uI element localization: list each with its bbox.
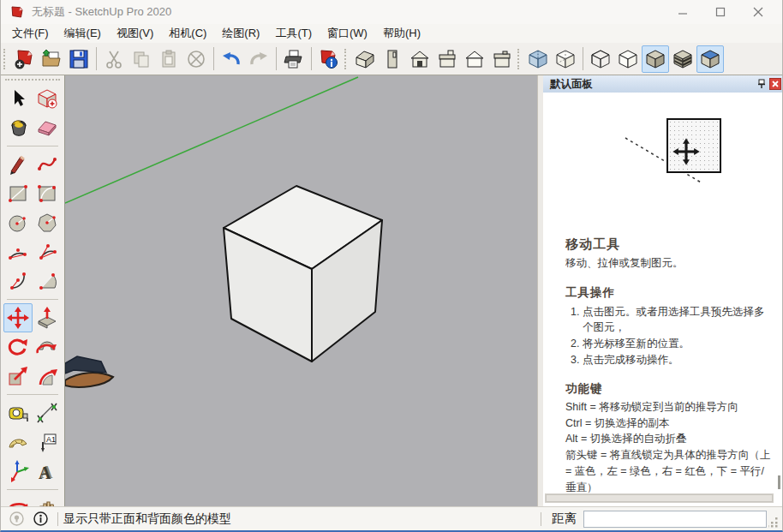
tool-push-pull[interactable] (33, 303, 62, 332)
tool-3-point-arc[interactable] (3, 266, 33, 296)
style-shaded-button[interactable] (642, 45, 669, 73)
model-cube (224, 186, 382, 362)
style-textured-button[interactable] (669, 45, 696, 73)
cut-button[interactable] (100, 45, 128, 73)
tool-make-component[interactable] (33, 84, 62, 113)
copy-button[interactable] (128, 45, 155, 73)
paste-button[interactable] (155, 45, 182, 73)
view-top-button[interactable] (379, 45, 406, 73)
tool-paint-bucket[interactable] (3, 113, 33, 142)
view-iso-button[interactable] (351, 45, 379, 73)
tool-line[interactable] (3, 150, 33, 179)
view-back-button[interactable] (461, 45, 488, 73)
view-front-button[interactable] (406, 45, 433, 73)
tool-offset[interactable] (33, 362, 62, 391)
tool-eraser[interactable] (33, 113, 62, 142)
view-right-button[interactable] (433, 45, 461, 73)
sketchup-logo-icon (9, 4, 25, 20)
tool-2-point-arc[interactable] (33, 237, 62, 266)
tool-polygon[interactable] (33, 208, 62, 237)
scrollbar-thumb[interactable] (546, 494, 773, 502)
menu-camera[interactable]: 相机(C) (161, 24, 214, 43)
panel-splitter[interactable] (537, 75, 543, 506)
push-pull-icon (36, 307, 58, 329)
view-right-icon (436, 48, 458, 70)
style-monochrome-icon (699, 48, 721, 70)
save-button[interactable] (65, 45, 93, 73)
tool-circle[interactable] (3, 208, 33, 237)
maximize-button[interactable] (702, 1, 739, 23)
toolbar-grip[interactable] (3, 49, 8, 69)
style-wireframe-button[interactable] (587, 45, 614, 73)
menu-edit[interactable]: 编辑(E) (57, 24, 109, 43)
tape-measure-icon (7, 402, 29, 424)
tool-scale[interactable] (3, 362, 33, 391)
menu-help[interactable]: 帮助(H) (375, 24, 428, 43)
palette-separator (7, 489, 58, 490)
tool-pan[interactable] (33, 493, 62, 506)
print-button[interactable] (280, 45, 308, 73)
measurement-input[interactable] (583, 511, 767, 528)
style-hidden-line-button[interactable] (614, 45, 642, 73)
instructor-panel: 移动工具 移动、拉伸或复制图元。 工具操作 点击图元。或者用选择工具预先选择多个… (543, 93, 782, 506)
window-resize-grip[interactable] (768, 516, 779, 528)
model-info-button[interactable] (315, 45, 343, 73)
tool-text[interactable]: A1 (33, 427, 62, 457)
tool-follow-me[interactable] (33, 332, 62, 362)
geolocation-button[interactable] (7, 510, 26, 529)
toolbar-grip[interactable] (344, 49, 349, 69)
toolbar-grip[interactable] (517, 49, 522, 69)
tool-protractor[interactable] (3, 427, 33, 457)
tool-rotate[interactable] (3, 332, 33, 362)
vertical-scrollbar[interactable] (778, 475, 780, 489)
eraser-icon (36, 117, 58, 139)
tool-select[interactable] (3, 84, 33, 113)
text-icon: A1 (36, 431, 58, 453)
pin-icon (757, 79, 766, 89)
tool-arc[interactable] (3, 237, 33, 266)
tool-axes[interactable] (3, 457, 33, 486)
close-button[interactable] (739, 1, 777, 23)
title-bar[interactable]: 无标题 - SketchUp Pro 2020 (1, 0, 782, 24)
undo-button[interactable] (218, 45, 245, 73)
two-point-arc-icon (36, 241, 58, 263)
style-textured-icon (672, 48, 694, 70)
credits-info-button[interactable] (31, 510, 50, 529)
polygon-icon (36, 212, 58, 234)
tool-move[interactable] (3, 303, 33, 332)
tool-dimensions[interactable] (33, 398, 62, 427)
panel-close-button[interactable] (769, 78, 781, 90)
tool-rectangle[interactable] (3, 179, 33, 208)
tool-freehand[interactable] (33, 150, 62, 179)
open-button[interactable] (38, 45, 65, 73)
menu-tools[interactable]: 工具(T) (267, 24, 320, 43)
erase-button[interactable] (182, 45, 210, 73)
instructor-key: Shift = 将移动锁定到当前的推导方向 (565, 399, 772, 415)
menu-view[interactable]: 视图(V) (109, 24, 161, 43)
view-left-button[interactable] (488, 45, 516, 73)
new-button[interactable] (10, 45, 38, 73)
instructor-key: Alt = 切换选择的自动折叠 (565, 431, 772, 447)
tool-pie[interactable] (33, 266, 62, 296)
style-monochrome-button[interactable] (696, 45, 724, 73)
style-xray-button[interactable] (524, 45, 552, 73)
instructor-step: 将光标移至新的位置。 (583, 336, 772, 352)
menu-window[interactable]: 窗口(W) (320, 24, 375, 43)
instructor-tool-title: 移动工具 (565, 235, 772, 254)
tool-orbit[interactable] (3, 493, 33, 506)
menu-draw[interactable]: 绘图(R) (214, 24, 267, 43)
print-icon (283, 48, 305, 70)
panel-pin-button[interactable] (754, 77, 769, 91)
panel-header[interactable]: 默认面板 (543, 75, 782, 93)
horizontal-scrollbar[interactable] (545, 493, 774, 503)
menu-file[interactable]: 文件(F) (4, 24, 57, 43)
minimize-button[interactable] (664, 1, 702, 23)
modeling-canvas[interactable] (65, 75, 537, 506)
style-back-edges-button[interactable] (552, 45, 579, 73)
redo-button[interactable] (245, 45, 272, 73)
tool-rotated-rectangle[interactable] (33, 179, 62, 208)
info-icon (33, 511, 48, 526)
tool-tape-measure[interactable] (3, 398, 33, 427)
tool-3d-text[interactable]: A A (33, 457, 62, 486)
palette-grip[interactable] (5, 79, 60, 82)
